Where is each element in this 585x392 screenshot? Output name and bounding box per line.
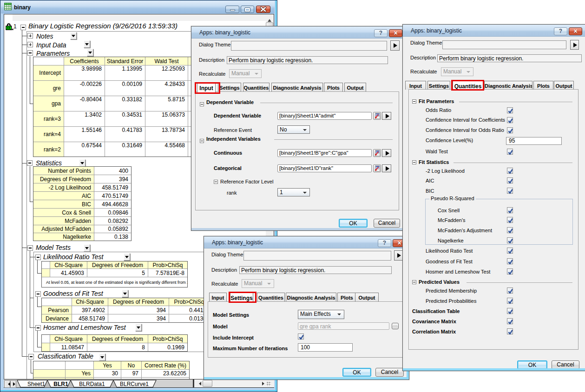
svg-text:Sheet1: Sheet1	[27, 381, 45, 387]
svg-text:BLR1: BLR1	[53, 381, 68, 387]
svg-text:BLRData1: BLRData1	[79, 381, 105, 387]
svg-text:BLRCurve1: BLRCurve1	[120, 381, 149, 387]
